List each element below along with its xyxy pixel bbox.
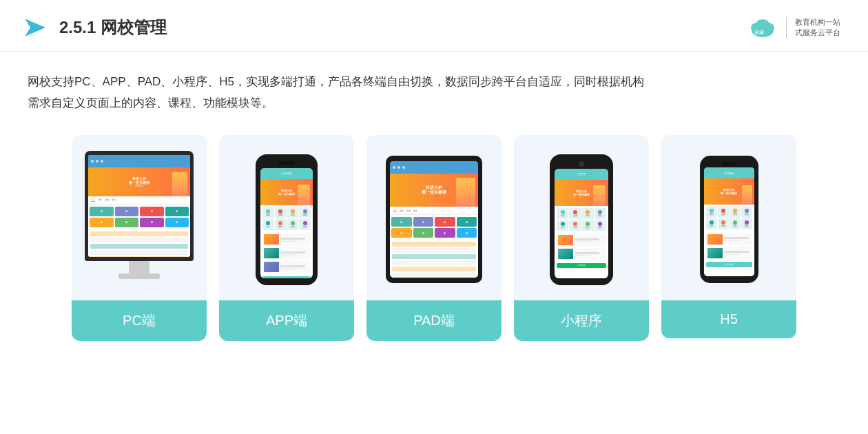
header-left: 2.5.1 网校管理 xyxy=(21,13,167,42)
svg-marker-0 xyxy=(25,19,45,37)
page: 2.5.1 网校管理 云朵 教育机构一站 式服务云平台 网校支持PC、APP、P… xyxy=(0,0,868,434)
brand-divider xyxy=(786,17,787,38)
logo-icon xyxy=(21,13,50,42)
description: 网校支持PC、APP、PAD、小程序、H5，实现多端打通，产品各终端自由切换，数… xyxy=(0,52,868,121)
card-app: 云朵课堂 轻进人的第一堂兴趣课 课程 直播 资讯 我的 xyxy=(219,135,354,341)
header: 2.5.1 网校管理 云朵 教育机构一站 式服务云平台 xyxy=(0,0,868,52)
app-phone: 云朵课堂 轻进人的第一堂兴趣课 课程 直播 资讯 我的 xyxy=(256,154,318,285)
description-line2: 需求自定义页面上的内容、课程、功能模块等。 xyxy=(28,92,840,114)
card-miniprogram: 小程序 轻进人的第一堂兴趣课 课程 直播 资讯 我的 xyxy=(514,135,649,341)
card-app-label: APP端 xyxy=(219,300,354,341)
card-app-image: 云朵课堂 轻进人的第一堂兴趣课 课程 直播 资讯 我的 xyxy=(219,135,354,300)
card-h5-image: H5网校 轻进人的第一堂兴趣课 课程 直播 资讯 我的 xyxy=(661,135,796,300)
svg-point-4 xyxy=(756,19,769,30)
card-miniprogram-label: 小程序 xyxy=(514,300,649,341)
card-pc-label: PC端 xyxy=(72,300,207,341)
cards-section: 轻进人的第一堂兴趣课 立即报名 首页 课程 直播 资讯 xyxy=(0,121,868,355)
brand-text: 教育机构一站 式服务云平台 xyxy=(795,17,840,39)
card-pc: 轻进人的第一堂兴趣课 立即报名 首页 课程 直播 资讯 xyxy=(72,135,207,341)
page-title: 2.5.1 网校管理 xyxy=(59,17,167,39)
pad-tablet: 轻进人的第一堂兴趣课 首页 课程 直播 更多 xyxy=(386,156,482,283)
card-pad-image: 轻进人的第一堂兴趣课 首页 课程 直播 更多 xyxy=(366,135,502,300)
card-pad: 轻进人的第一堂兴趣课 首页 课程 直播 更多 xyxy=(366,135,502,341)
miniprogram-phone: 小程序 轻进人的第一堂兴趣课 课程 直播 资讯 我的 xyxy=(550,154,613,285)
card-h5: H5网校 轻进人的第一堂兴趣课 课程 直播 资讯 我的 xyxy=(661,135,796,341)
card-pad-label: PAD端 xyxy=(366,300,502,341)
description-line1: 网校支持PC、APP、PAD、小程序、H5，实现多端打通，产品各终端自由切换，数… xyxy=(28,71,840,92)
card-miniprogram-image: 小程序 轻进人的第一堂兴趣课 课程 直播 资讯 我的 xyxy=(514,135,649,300)
card-pc-image: 轻进人的第一堂兴趣课 立即报名 首页 课程 直播 资讯 xyxy=(72,135,207,300)
svg-text:云朵: 云朵 xyxy=(754,30,765,34)
header-right: 云朵 教育机构一站 式服务云平台 xyxy=(747,12,840,43)
card-h5-label: H5 xyxy=(661,300,796,338)
pc-monitor: 轻进人的第一堂兴趣课 立即报名 首页 课程 直播 资讯 xyxy=(85,151,194,289)
h5-phone: H5网校 轻进人的第一堂兴趣课 课程 直播 资讯 我的 xyxy=(700,156,758,283)
brand-cloud-icon: 云朵 xyxy=(747,12,778,43)
